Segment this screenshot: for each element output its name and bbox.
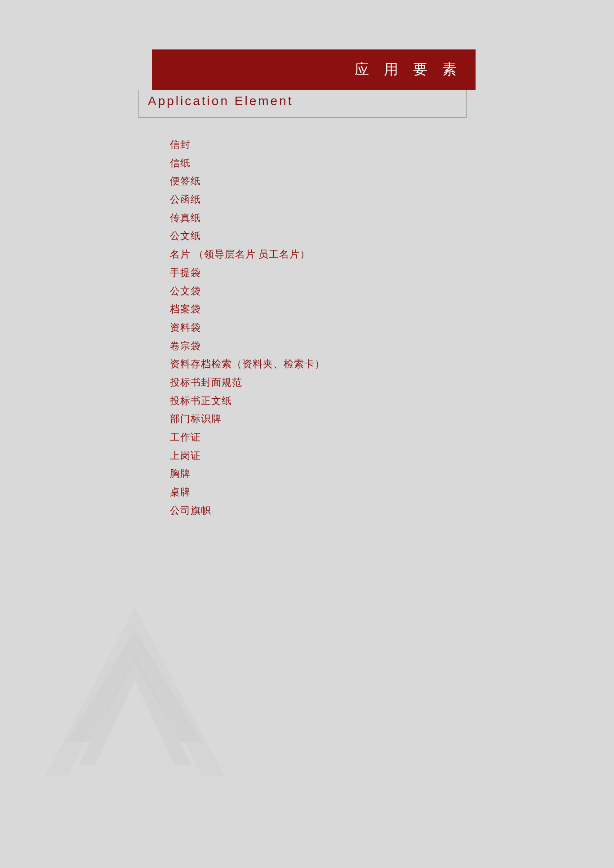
list-item: 信纸 bbox=[170, 154, 476, 173]
list-item: 便签纸 bbox=[170, 172, 476, 191]
items-list: 信封信纸便签纸公函纸传真纸公文纸名片 （领导层名片 员工名片）手提袋公文袋档案袋… bbox=[138, 136, 476, 520]
list-item: 资料存档检索（资料夹、检索卡） bbox=[170, 355, 476, 374]
red-banner: 应 用 要 素 bbox=[147, 49, 476, 90]
list-item: 信封 bbox=[170, 136, 476, 154]
list-item: 公文纸 bbox=[170, 227, 476, 245]
english-subtitle: Application Element bbox=[148, 94, 293, 108]
list-item: 投标书封面规范 bbox=[170, 374, 476, 392]
list-item: 胸牌 bbox=[170, 465, 476, 483]
corner-decoration bbox=[138, 49, 152, 90]
list-item: 卷宗袋 bbox=[170, 337, 476, 356]
list-item: 部门标识牌 bbox=[170, 410, 476, 428]
list-item: 公函纸 bbox=[170, 191, 476, 209]
list-item: 档案袋 bbox=[170, 300, 476, 319]
list-item: 名片 （领导层名片 员工名片） bbox=[170, 245, 476, 264]
list-item: 桌牌 bbox=[170, 483, 476, 502]
list-item: 投标书正文纸 bbox=[170, 392, 476, 410]
list-item: 手提袋 bbox=[170, 264, 476, 282]
header-block: 应 用 要 素 Application Element bbox=[138, 49, 476, 118]
list-item: 资料袋 bbox=[170, 319, 476, 337]
list-item: 上岗证 bbox=[170, 447, 476, 465]
chinese-title: 应 用 要 素 bbox=[355, 60, 462, 80]
page: 应 用 要 素 Application Element 信封信纸便签纸公函纸传真… bbox=[0, 0, 614, 868]
list-item: 工作证 bbox=[170, 428, 476, 447]
list-item: 公司旗帜 bbox=[170, 502, 476, 520]
list-item: 传真纸 bbox=[170, 209, 476, 227]
list-item: 公文袋 bbox=[170, 282, 476, 301]
content-card: 应 用 要 素 Application Element 信封信纸便签纸公函纸传真… bbox=[138, 49, 476, 868]
